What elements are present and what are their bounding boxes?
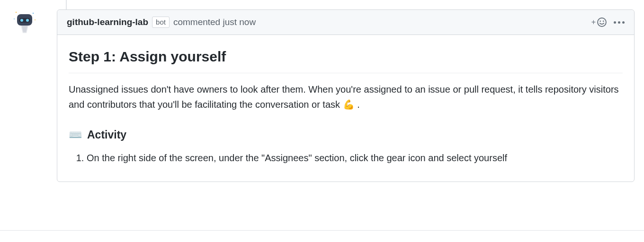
- bot-avatar-icon: [11, 9, 38, 36]
- list-item: On the right side of the screen, under t…: [87, 150, 623, 165]
- activity-heading: ⌨️ Activity: [69, 126, 623, 144]
- svg-point-0: [16, 12, 17, 13]
- horizontal-divider: [0, 230, 644, 231]
- svg-point-2: [14, 18, 15, 19]
- keyboard-icon: ⌨️: [69, 126, 82, 144]
- comment-actions-menu[interactable]: [614, 21, 625, 24]
- svg-point-1: [33, 13, 34, 14]
- svg-point-10: [603, 20, 604, 22]
- activity-steps-list: On the right side of the screen, under t…: [69, 150, 623, 165]
- smiley-icon: [597, 17, 607, 27]
- comment-header: github-learning-lab bot commented just n…: [57, 10, 634, 35]
- avatar[interactable]: [10, 9, 39, 38]
- svg-point-7: [26, 19, 29, 22]
- bot-badge: bot: [152, 17, 170, 28]
- svg-point-3: [35, 19, 36, 20]
- add-reaction-button[interactable]: +: [591, 17, 607, 27]
- activity-label: Activity: [87, 126, 126, 144]
- step-description: Unassigned issues don't have owners to l…: [69, 82, 623, 112]
- plus-icon: +: [591, 18, 596, 26]
- comment-container: github-learning-lab bot commented just n…: [57, 9, 635, 182]
- comment-timestamp: commented just now: [173, 17, 256, 27]
- comment-body: Step 1: Assign yourself Unassigned issue…: [57, 35, 634, 182]
- svg-point-9: [599, 20, 601, 22]
- svg-point-8: [598, 18, 606, 26]
- svg-point-6: [20, 19, 23, 22]
- step-heading: Step 1: Assign yourself: [69, 45, 623, 73]
- comment-author[interactable]: github-learning-lab: [67, 17, 148, 27]
